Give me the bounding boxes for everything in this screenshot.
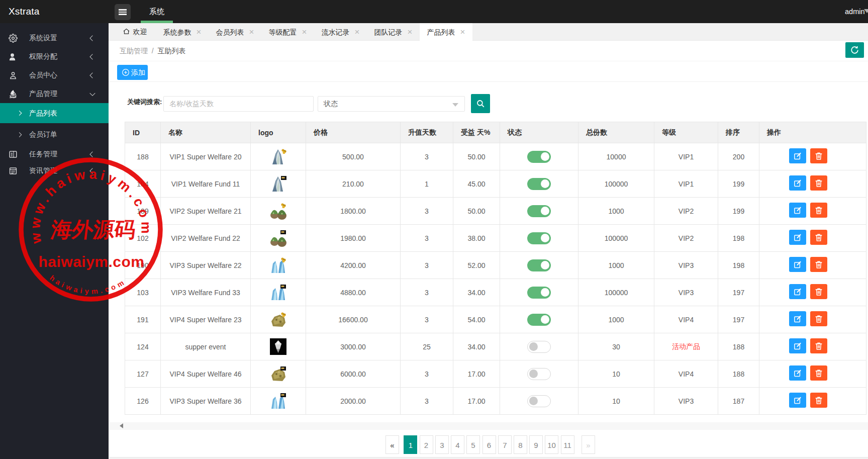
svg-text:haiwaiym.com: haiwaiym.com xyxy=(38,253,144,270)
svg-text:海外源码: 海外源码 xyxy=(49,218,137,241)
